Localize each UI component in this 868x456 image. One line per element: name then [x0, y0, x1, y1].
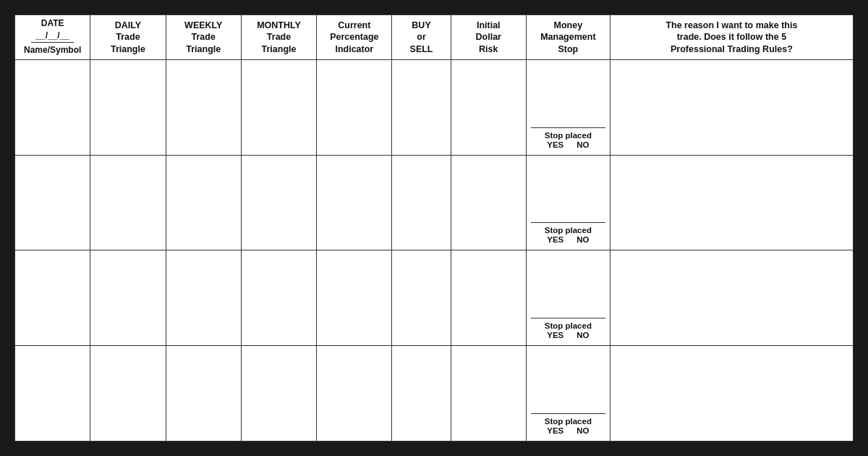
header-current: Current Percentage Indicator: [317, 15, 392, 60]
table-row[interactable]: Stop placed YES NO: [15, 59, 854, 155]
cell-monthly-2[interactable]: [241, 155, 316, 250]
cell-daily-4[interactable]: [90, 346, 166, 442]
cell-current-1[interactable]: [317, 59, 392, 155]
cell-dollar-1[interactable]: [451, 59, 526, 155]
cell-monthly-1[interactable]: [241, 59, 316, 155]
cell-reason-4[interactable]: [610, 346, 853, 442]
cell-weekly-2[interactable]: [166, 155, 241, 250]
cell-money-1[interactable]: Stop placed YES NO: [526, 59, 610, 155]
cell-dollar-4[interactable]: [451, 346, 526, 442]
cell-monthly-3[interactable]: [241, 250, 316, 346]
header-weekly: WEEKLY Trade Triangle: [166, 15, 241, 60]
table-row[interactable]: Stop placed YES NO: [15, 346, 854, 442]
page-container: DATE __/__/__ Name/Symbol DAILY Trade Tr…: [14, 14, 854, 442]
cell-dollar-2[interactable]: [451, 155, 526, 250]
cell-weekly-4[interactable]: [166, 346, 241, 442]
header-monthly: MONTHLY Trade Triangle: [241, 15, 316, 60]
cell-daily-3[interactable]: [90, 250, 166, 346]
header-date: DATE __/__/__ Name/Symbol: [15, 15, 90, 60]
cell-buysell-1[interactable]: [392, 59, 451, 155]
header-buysell: BUY or SELL: [392, 15, 451, 60]
cell-current-3[interactable]: [317, 250, 392, 346]
header-money: Money Management Stop: [526, 15, 610, 60]
cell-money-3[interactable]: Stop placed YES NO: [526, 250, 610, 346]
cell-daily-2[interactable]: [90, 155, 166, 250]
table-row[interactable]: Stop placed YES NO: [15, 155, 854, 250]
cell-buysell-4[interactable]: [392, 346, 451, 442]
cell-reason-2[interactable]: [610, 155, 853, 250]
cell-dollar-3[interactable]: [451, 250, 526, 346]
table-row[interactable]: Stop placed YES NO: [15, 250, 854, 346]
cell-date-4[interactable]: [15, 346, 90, 442]
cell-money-4[interactable]: Stop placed YES NO: [526, 346, 610, 442]
cell-daily-1[interactable]: [90, 59, 166, 155]
trading-table: DATE __/__/__ Name/Symbol DAILY Trade Tr…: [14, 14, 854, 442]
cell-date-2[interactable]: [15, 155, 90, 250]
table-wrapper: DATE __/__/__ Name/Symbol DAILY Trade Tr…: [14, 14, 854, 442]
cell-money-2[interactable]: Stop placed YES NO: [526, 155, 610, 250]
cell-buysell-2[interactable]: [392, 155, 451, 250]
cell-buysell-3[interactable]: [392, 250, 451, 346]
header-dollar: Initial Dollar Risk: [451, 15, 526, 60]
cell-current-2[interactable]: [317, 155, 392, 250]
cell-weekly-3[interactable]: [166, 250, 241, 346]
cell-date-1[interactable]: [15, 59, 90, 155]
cell-monthly-4[interactable]: [241, 346, 316, 442]
cell-reason-1[interactable]: [610, 59, 853, 155]
cell-current-4[interactable]: [317, 346, 392, 442]
cell-weekly-1[interactable]: [166, 59, 241, 155]
cell-date-3[interactable]: [15, 250, 90, 346]
header-reason: The reason I want to make this trade. Do…: [610, 15, 853, 60]
cell-reason-3[interactable]: [610, 250, 853, 346]
header-daily: DAILY Trade Triangle: [90, 15, 166, 60]
